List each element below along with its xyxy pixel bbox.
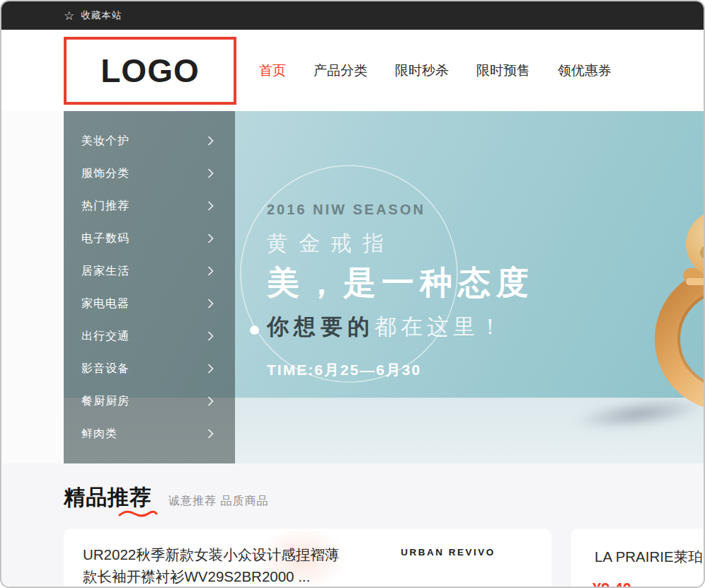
hero-banner[interactable]: 2016 NIW SEASON 黄金戒指 美，是一种态度 你想要的都在这里！ T… bbox=[64, 111, 705, 463]
chevron-right-icon bbox=[207, 201, 214, 211]
product-image: URBAN REVIVO bbox=[357, 530, 539, 588]
gold-ring-image bbox=[642, 189, 705, 430]
banner-sub-light: 都在这里！ bbox=[374, 314, 505, 339]
sidebar-category-item[interactable]: 鲜肉类 bbox=[64, 417, 235, 450]
banner-headline-main: 美，是一种态度 bbox=[267, 261, 534, 305]
recommend-title: 精品推荐 bbox=[64, 483, 151, 512]
sidebar-category-label: 热门推荐 bbox=[81, 199, 130, 214]
favorite-star-icon[interactable]: ☆ bbox=[64, 10, 74, 22]
nav-item-coupons[interactable]: 领优惠券 bbox=[558, 62, 612, 80]
product-title: UR2022秋季新款女装小众设计感捏褶薄款长袖开襟衬衫WV29S2BR2000 … bbox=[83, 543, 346, 587]
chevron-right-icon bbox=[207, 266, 214, 276]
sidebar-category-label: 鲜肉类 bbox=[81, 427, 118, 442]
chevron-right-icon bbox=[207, 136, 214, 146]
sidebar-category-item[interactable]: 美妆个护 bbox=[64, 125, 235, 157]
sidebar-category-item[interactable]: 服饰分类 bbox=[64, 157, 235, 190]
recommend-title-text: 精品推荐 bbox=[64, 485, 151, 509]
banner-headline-sub: 你想要的都在这里！ bbox=[267, 312, 534, 342]
chevron-right-icon bbox=[207, 331, 214, 341]
recommend-section: 精品推荐 诚意推荐 品质商品 UR2022秋季新款女装小众设计感捏褶薄款长袖开襟… bbox=[1, 463, 704, 588]
top-utility-bar: ☆ 收藏本站 bbox=[1, 1, 704, 30]
chevron-right-icon bbox=[207, 234, 214, 243]
banner-sub-dark: 你想要的 bbox=[267, 314, 374, 339]
brand-name: URBAN REVIVO bbox=[357, 547, 539, 558]
sidebar-category-label: 美妆个护 bbox=[81, 134, 130, 149]
sidebar-category-item[interactable]: 影音设备 bbox=[64, 352, 235, 385]
sidebar-category-item[interactable]: 家电电器 bbox=[64, 287, 235, 320]
sidebar-category-item[interactable]: 居家生活 bbox=[64, 255, 235, 287]
product-price: ¥9.40 bbox=[592, 580, 631, 588]
recommend-subtitle: 诚意推荐 品质商品 bbox=[168, 494, 268, 509]
site-logo[interactable]: LOGO bbox=[64, 37, 236, 105]
chevron-right-icon bbox=[207, 429, 214, 439]
banner-copy: 2016 NIW SEASON 黄金戒指 美，是一种态度 你想要的都在这里！ T… bbox=[267, 202, 534, 380]
sidebar-category-item[interactable]: 电子数码 bbox=[64, 222, 235, 255]
chevron-right-icon bbox=[207, 168, 214, 178]
banner-time-text: TIME:6月25—6月30 bbox=[267, 360, 534, 380]
season-badge: 2016 NIW SEASON bbox=[267, 202, 534, 218]
recommend-header: 精品推荐 诚意推荐 品质商品 bbox=[64, 483, 268, 512]
red-wave-underline bbox=[118, 510, 158, 517]
dot-decoration bbox=[250, 325, 259, 335]
sidebar-category-label: 家电电器 bbox=[81, 296, 130, 311]
banner-headline-small: 黄金戒指 bbox=[267, 229, 534, 258]
sidebar-category-label: 居家生活 bbox=[81, 264, 130, 279]
nav-item-categories[interactable]: 产品分类 bbox=[314, 62, 367, 80]
product-title: LA PRAIRIE莱珀 bbox=[595, 547, 703, 567]
chevron-right-icon bbox=[207, 364, 214, 374]
sidebar-category-item[interactable]: 餐厨厨房 bbox=[64, 385, 235, 417]
sidebar-category-label: 影音设备 bbox=[81, 362, 130, 376]
logo-text: LOGO bbox=[101, 52, 199, 90]
nav-item-home[interactable]: 首页 bbox=[259, 62, 286, 80]
sidebar-category-item[interactable]: 热门推荐 bbox=[64, 190, 235, 222]
chevron-right-icon bbox=[207, 396, 214, 406]
browser-window: ☆ 收藏本站 LOGO 首页 产品分类 限时秒杀 限时预售 领优惠券 bbox=[0, 0, 705, 588]
sidebar-category-label: 电子数码 bbox=[81, 231, 130, 246]
nav-item-presale[interactable]: 限时预售 bbox=[476, 62, 530, 80]
sidebar-category-item[interactable]: 出行交通 bbox=[64, 320, 235, 352]
main-nav: 首页 产品分类 限时秒杀 限时预售 领优惠券 bbox=[259, 30, 612, 111]
chevron-right-icon bbox=[207, 299, 214, 309]
site-header: LOGO 首页 产品分类 限时秒杀 限时预售 领优惠券 bbox=[1, 30, 704, 111]
nav-item-flash-sale[interactable]: 限时秒杀 bbox=[395, 62, 449, 80]
favorite-site-link[interactable]: 收藏本站 bbox=[81, 9, 122, 22]
category-sidebar: 美妆个护 服饰分类 热门推荐 bbox=[64, 111, 235, 463]
sidebar-category-label: 餐厨厨房 bbox=[81, 394, 130, 409]
product-card-shirt[interactable]: UR2022秋季新款女装小众设计感捏褶薄款长袖开襟衬衫WV29S2BR2000 … bbox=[64, 529, 551, 588]
sidebar-category-label: 服饰分类 bbox=[81, 166, 130, 181]
sidebar-category-label: 出行交通 bbox=[81, 329, 130, 344]
product-card-laprairie[interactable]: LA PRAIRIE莱珀 ¥9.40 bbox=[571, 529, 705, 588]
